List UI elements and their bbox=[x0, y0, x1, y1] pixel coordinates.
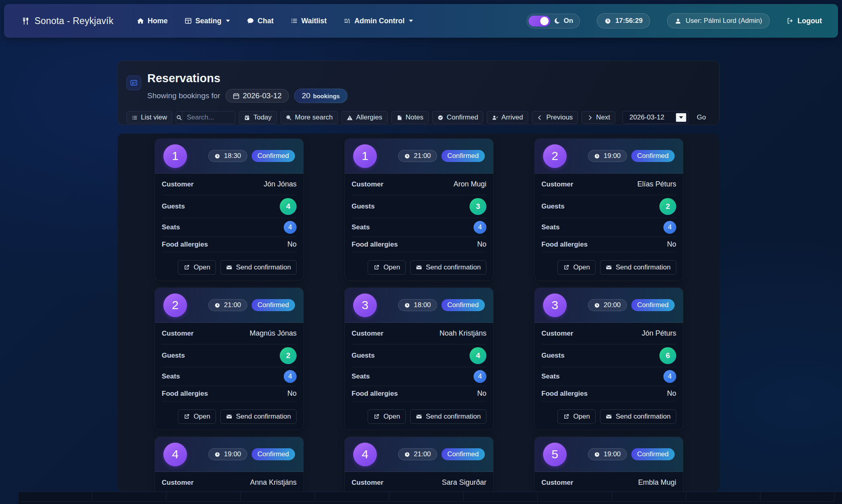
nav-item-admin-control-label: Admin Control bbox=[354, 17, 405, 25]
brand[interactable]: Sonota - Reykjavík bbox=[22, 16, 114, 26]
customer-row: Customer Jón Péturs bbox=[541, 323, 676, 344]
user-label: User: Pálmi Lord (Admin) bbox=[685, 17, 762, 25]
send-confirmation-label: Send confirmation bbox=[426, 263, 481, 271]
header-texts: Reservations Showing bookings for 2026-0… bbox=[147, 72, 348, 103]
envelope-icon bbox=[416, 413, 422, 420]
confirmed-filter-button[interactable]: Confirmed bbox=[432, 111, 483, 124]
taskbar-slot[interactable] bbox=[167, 492, 241, 502]
table-grid-icon bbox=[185, 17, 192, 24]
open-button[interactable]: Open bbox=[368, 260, 406, 275]
reservation-card-actions: Open Send confirmation bbox=[345, 256, 493, 281]
reservation-time-value: 21:00 bbox=[414, 152, 431, 160]
reservation-card-header: 2 21:00 Confirmed bbox=[155, 288, 303, 323]
taskbar-slot[interactable] bbox=[686, 492, 761, 502]
taskbar-slot[interactable] bbox=[464, 492, 538, 502]
reservation-time-value: 19:00 bbox=[604, 450, 621, 458]
reservation-card-actions: Open Send confirmation bbox=[535, 405, 683, 430]
date-picker-input[interactable]: 2026-03-12 bbox=[622, 111, 688, 124]
brand-label: Sonota - Reykjavík bbox=[35, 16, 114, 26]
logout-button[interactable]: Logout bbox=[787, 17, 822, 25]
nav-item-home[interactable]: Home bbox=[137, 17, 168, 25]
reservation-card[interactable]: 1 21:00 Confirmed Customer Aron Mugi bbox=[344, 138, 494, 281]
seats-count: 4 bbox=[663, 221, 676, 234]
reservation-time-value: 19:00 bbox=[224, 450, 241, 458]
list-view-button[interactable]: List view bbox=[126, 111, 172, 124]
taskbar-slot[interactable] bbox=[389, 492, 464, 502]
search-input[interactable] bbox=[183, 111, 235, 123]
open-button[interactable]: Open bbox=[178, 260, 216, 275]
current-date-pill[interactable]: 2026-03-12 bbox=[226, 89, 289, 103]
taskbar-slot[interactable] bbox=[538, 492, 612, 502]
open-label: Open bbox=[193, 413, 210, 421]
nav-item-seating[interactable]: Seating bbox=[185, 17, 230, 25]
more-search-button[interactable]: More search bbox=[281, 111, 338, 124]
open-label: Open bbox=[383, 263, 400, 271]
home-icon bbox=[137, 17, 144, 24]
open-label: Open bbox=[193, 263, 210, 271]
notes-filter-button[interactable]: Notes bbox=[391, 111, 429, 124]
reservation-card[interactable]: 5 19:00 Confirmed Customer Embla Mugi bbox=[534, 437, 683, 492]
send-confirmation-button[interactable]: Send confirmation bbox=[600, 260, 676, 275]
go-button[interactable]: Go bbox=[692, 111, 711, 124]
table-number-circle: 3 bbox=[353, 293, 377, 317]
search-icon[interactable] bbox=[176, 111, 183, 123]
reservation-card[interactable]: 3 18:00 Confirmed Customer Noah Kristján… bbox=[344, 287, 494, 430]
seats-row: Seats 4 bbox=[162, 367, 297, 386]
guests-count: 3 bbox=[470, 198, 486, 215]
reservation-card[interactable]: 1 18:30 Confirmed Customer Jón Jónas bbox=[155, 138, 304, 281]
nav-item-chat[interactable]: Chat bbox=[247, 17, 274, 25]
reservation-time-badge: 19:00 bbox=[588, 448, 627, 460]
logout-label: Logout bbox=[797, 17, 822, 25]
open-button[interactable]: Open bbox=[557, 409, 596, 424]
send-confirmation-button[interactable]: Send confirmation bbox=[220, 409, 297, 424]
arrived-filter-button[interactable]: Arrived bbox=[487, 111, 528, 124]
customer-row: Customer Aron Mugi bbox=[352, 174, 486, 195]
confirmed-label: Confirmed bbox=[447, 113, 478, 121]
send-confirmation-button[interactable]: Send confirmation bbox=[220, 260, 297, 275]
reservation-time-value: 18:30 bbox=[224, 152, 241, 160]
send-confirmation-button[interactable]: Send confirmation bbox=[600, 409, 676, 424]
clock-value: 17:56:29 bbox=[615, 17, 643, 25]
send-confirmation-label: Send confirmation bbox=[236, 263, 291, 271]
allergies-filter-button[interactable]: Allergies bbox=[342, 111, 387, 124]
seats-count: 4 bbox=[474, 221, 486, 234]
user-badge[interactable]: User: Pálmi Lord (Admin) bbox=[667, 13, 770, 28]
taskbar-slot[interactable] bbox=[18, 492, 92, 502]
allergies-row: Food allergies No bbox=[352, 237, 486, 252]
customer-value: Noah Kristjáns bbox=[439, 329, 486, 338]
allergies-row: Food allergies No bbox=[162, 237, 297, 252]
reservation-card[interactable]: 2 21:00 Confirmed Customer Magnús Jónas bbox=[155, 287, 304, 430]
toggle-switch-track[interactable] bbox=[529, 16, 550, 26]
open-button[interactable]: Open bbox=[557, 260, 596, 275]
reservation-card[interactable]: 3 20:00 Confirmed Customer Jón Péturs bbox=[534, 287, 683, 430]
taskbar-slot[interactable] bbox=[92, 492, 167, 502]
open-button[interactable]: Open bbox=[368, 409, 406, 424]
taskbar-slot[interactable] bbox=[612, 492, 686, 502]
send-confirmation-button[interactable]: Send confirmation bbox=[410, 409, 486, 424]
send-confirmation-button[interactable]: Send confirmation bbox=[410, 260, 486, 275]
envelope-icon bbox=[416, 264, 422, 271]
seats-row: Seats 4 bbox=[352, 367, 486, 386]
chevron-down-icon[interactable] bbox=[676, 113, 686, 122]
today-button[interactable]: Today bbox=[239, 111, 277, 124]
reservation-card[interactable]: 2 19:00 Confirmed Customer Elías Péturs bbox=[534, 138, 683, 281]
reservation-time-badge: 20:00 bbox=[588, 299, 627, 311]
reservation-time-badge: 19:00 bbox=[208, 448, 247, 460]
previous-day-button[interactable]: Previous bbox=[532, 111, 578, 124]
nav-item-waitlist[interactable]: Waitlist bbox=[291, 17, 327, 25]
chevron-down-icon bbox=[226, 20, 230, 22]
open-button[interactable]: Open bbox=[178, 409, 216, 424]
seats-row: Seats 4 bbox=[352, 218, 486, 237]
taskbar-slot[interactable] bbox=[241, 492, 315, 502]
reservation-card[interactable]: 4 21:00 Confirmed Customer Sara Sigurðar bbox=[344, 437, 494, 492]
clock-icon bbox=[594, 153, 600, 159]
next-day-button[interactable]: Next bbox=[582, 111, 615, 124]
taskbar-slot[interactable] bbox=[761, 492, 835, 502]
dark-mode-toggle[interactable]: On bbox=[527, 14, 580, 28]
nav-item-admin-control[interactable]: Admin Control bbox=[344, 17, 413, 25]
taskbar-slot[interactable] bbox=[315, 492, 389, 502]
check-circle-icon bbox=[437, 115, 443, 121]
open-label: Open bbox=[573, 413, 590, 421]
reservation-card[interactable]: 4 19:00 Confirmed Customer Anna Kristján… bbox=[155, 437, 304, 492]
showing-bookings-label: Showing bookings for bbox=[147, 91, 220, 100]
